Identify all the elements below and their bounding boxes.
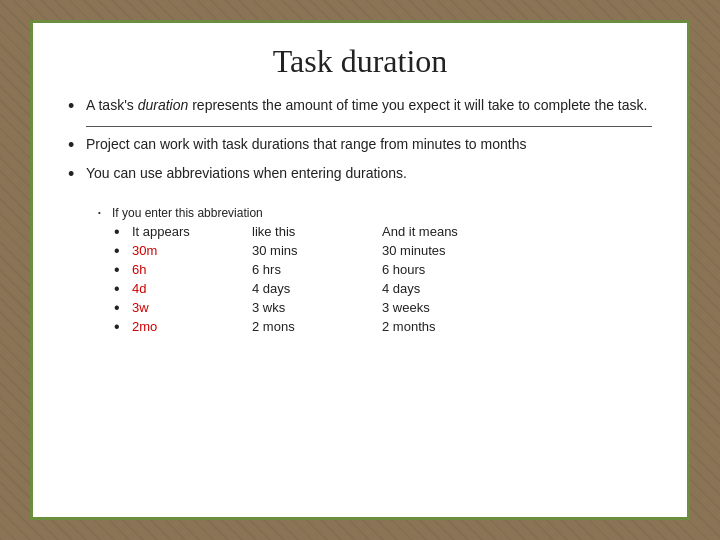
row-dot-6h: •: [114, 262, 132, 278]
abbrev-table: • It appears like this And it means • 30…: [114, 224, 668, 335]
row-dot-3w: •: [114, 300, 132, 316]
main-bullets: • A task's duration represents the amoun…: [68, 96, 652, 194]
col-header-2: like this: [252, 224, 382, 239]
abbrev-code-4d: 4d: [132, 281, 252, 296]
small-dot: •: [98, 208, 112, 217]
bullet-dot-3: •: [68, 164, 86, 186]
bullet-3: • You can use abbreviations when enterin…: [68, 164, 652, 186]
abbrev-like-30m: 30 mins: [252, 243, 382, 258]
bullet-dot-1: •: [68, 96, 86, 118]
abbrev-row-4d: • 4d 4 days 4 days: [114, 281, 668, 297]
col-header-3: And it means: [382, 224, 512, 239]
abbrev-like-3w: 3 wks: [252, 300, 382, 315]
abbrev-like-2mo: 2 mons: [252, 319, 382, 334]
abbrev-means-6h: 6 hours: [382, 262, 512, 277]
divider-1: [86, 126, 652, 127]
row-dot-4d: •: [114, 281, 132, 297]
abbrev-means-2mo: 2 months: [382, 319, 512, 334]
abbrev-header-label: If you enter this abbreviation: [112, 206, 263, 220]
bullet-text-3: You can use abbreviations when entering …: [86, 164, 652, 184]
abbrev-like-6h: 6 hrs: [252, 262, 382, 277]
row-dot-2mo: •: [114, 319, 132, 335]
bullet-dot-2: •: [68, 135, 86, 157]
col-header-1: It appears: [132, 224, 252, 239]
bullet-text-2: Project can work with task durations tha…: [86, 135, 652, 155]
abbrev-means-30m: 30 minutes: [382, 243, 512, 258]
abbrev-code-30m: 30m: [132, 243, 252, 258]
italic-duration: duration: [138, 97, 189, 113]
row-dot-30m: •: [114, 243, 132, 259]
abbrev-col-headers: • It appears like this And it means: [114, 224, 668, 240]
abbrev-section: • If you enter this abbreviation • It ap…: [98, 206, 652, 338]
bullet-2: • Project can work with task durations t…: [68, 135, 652, 157]
abbrev-means-3w: 3 weeks: [382, 300, 512, 315]
abbrev-header: • If you enter this abbreviation: [98, 206, 652, 220]
abbrev-row-6h: • 6h 6 hrs 6 hours: [114, 262, 668, 278]
bullet-1: • A task's duration represents the amoun…: [68, 96, 652, 118]
abbrev-code-3w: 3w: [132, 300, 252, 315]
abbrev-means-4d: 4 days: [382, 281, 512, 296]
abbrev-row-2mo: • 2mo 2 mons 2 months: [114, 319, 668, 335]
bullet-text-1: A task's duration represents the amount …: [86, 96, 652, 116]
abbrev-like-4d: 4 days: [252, 281, 382, 296]
header-dot: •: [114, 224, 132, 240]
abbrev-row-30m: • 30m 30 mins 30 minutes: [114, 243, 668, 259]
slide-container: Task duration • A task's duration repres…: [30, 20, 690, 520]
abbrev-code-6h: 6h: [132, 262, 252, 277]
abbrev-code-2mo: 2mo: [132, 319, 252, 334]
abbrev-row-3w: • 3w 3 wks 3 weeks: [114, 300, 668, 316]
slide-title: Task duration: [68, 43, 652, 80]
